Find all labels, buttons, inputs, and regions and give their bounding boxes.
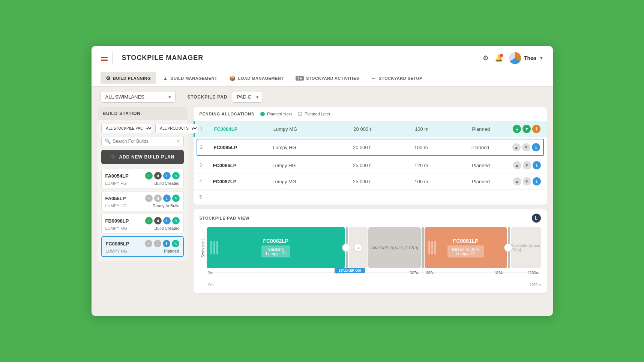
add-build-label: ADD NEW BUILD PLAN xyxy=(119,154,175,160)
build-item[interactable]: FB0098LP + ⏸ ℹ ✎ LUMPY MG Build Created xyxy=(101,214,184,234)
alloc-actions: ▲ ▼ ℹ xyxy=(510,143,540,151)
action-edit-btn[interactable]: ✎ xyxy=(172,240,179,247)
build-item-actions: + ⏸ ℹ ✎ xyxy=(145,217,180,224)
alloc-action-up[interactable]: ▲ xyxy=(513,177,521,185)
alloc-action-down[interactable]: ▼ xyxy=(523,177,531,185)
block-id-fc0082: FC0082LP xyxy=(263,238,288,244)
action-add-btn[interactable]: + xyxy=(145,217,153,224)
legend-dot-next xyxy=(260,112,265,116)
action-dark-btn[interactable]: ⏸ xyxy=(154,194,162,202)
pad-select-wrapper: PAD C PAD A PAD B xyxy=(232,91,263,103)
action-info-btn[interactable]: ℹ xyxy=(163,194,171,202)
block-id-fc0081: FC0081LP xyxy=(453,238,479,244)
alloc-row-2: 2 FC0085LP Lumpy HG 20 000 t 100 m Plann… xyxy=(197,139,544,156)
action-edit-btn[interactable]: ✎ xyxy=(172,194,180,202)
alloc-action-info[interactable]: ℹ xyxy=(533,161,541,169)
header-divider xyxy=(113,52,113,64)
user-info[interactable]: Thea ▼ xyxy=(509,52,544,64)
swimlane-select[interactable]: ALL SWIMLANES SWIMLANE 1 SWIMLANE 2 xyxy=(101,91,176,103)
alloc-action-info[interactable]: ℹ xyxy=(532,143,540,151)
build-item-bottom: LUMPY HG Ready to Build xyxy=(105,203,180,208)
chevron-down-icon: ▼ xyxy=(539,55,544,61)
alloc-status: Planned xyxy=(451,145,510,150)
header-icons: ⚙ 🔔 Thea ▼ xyxy=(483,52,544,64)
action-dark-btn[interactable]: ⏸ xyxy=(154,172,162,180)
build-item[interactable]: FA0054LP + ⏸ ℹ ✎ LUMPY HG Build Created xyxy=(101,169,184,189)
nav-item-build-planning[interactable]: ⚙ BUILD PLANNING xyxy=(101,72,156,84)
alloc-action-info[interactable]: ℹ xyxy=(533,177,541,185)
settings-button[interactable]: ⚙ xyxy=(483,54,489,62)
alloc-action-down[interactable]: ▼ xyxy=(522,125,531,133)
alloc-action-down[interactable]: ▼ xyxy=(523,161,531,169)
nav-arrow-right[interactable]: › xyxy=(342,244,350,252)
action-info-btn[interactable]: ℹ xyxy=(163,240,170,247)
alloc-actions: ▲ ▼ ℹ xyxy=(510,125,540,133)
alloc-actions: ▲ ▼ ℹ xyxy=(511,161,541,169)
stacker-label: STACKER 009 xyxy=(335,268,365,273)
build-list: FA0054LP + ⏸ ℹ ✎ LUMPY HG Build Created xyxy=(101,169,184,257)
nav-label-build-planning: BUILD PLANNING xyxy=(113,76,151,81)
stockpile-filter[interactable]: ALL STOCKPILE PAC xyxy=(101,124,153,133)
action-info-btn[interactable]: ℹ xyxy=(163,217,171,224)
scale-end: 1200m xyxy=(529,283,541,287)
build-status: Build Created xyxy=(155,226,180,230)
build-item-active[interactable]: FC0085LP + ⏸ ℹ ✎ LUMPY HG Planned xyxy=(101,236,184,257)
action-dark-btn[interactable]: ⏸ xyxy=(154,217,162,224)
alloc-product: Lumpy MG xyxy=(272,179,332,184)
build-item-bottom: LUMPY HG Planned xyxy=(106,249,179,253)
stockpile-pad-label: STOCKPILE PAD xyxy=(188,94,228,100)
nav-arrow-right-2[interactable]: › xyxy=(504,244,512,252)
available-label-2: Available Space [70m] xyxy=(511,243,541,252)
build-item-actions: + ⏸ ℹ ✎ xyxy=(145,172,180,180)
alloc-row-4: 4 FC0087LP Lumpy MG 25 000 t 100 m Plann… xyxy=(194,174,547,190)
pending-allocations-card: PENDING ALLOCATIONS Planned Next Planned… xyxy=(194,107,547,205)
nav-item-build-management[interactable]: ▲ BUILD MANAGEMENT xyxy=(158,72,222,84)
add-icon: ➕ xyxy=(110,154,116,160)
products-filter[interactable]: ALL PRODUCTS xyxy=(155,124,198,133)
nav-item-stockyard-activities[interactable]: SA STOCKYARD ACTIVITIES xyxy=(290,73,364,84)
alloc-action-up[interactable]: ▲ xyxy=(513,125,521,133)
nav-item-stockyard-setup[interactable]: ↔ STOCKYARD SETUP xyxy=(366,72,428,84)
action-info-btn[interactable]: ℹ xyxy=(163,172,171,180)
alloc-action-up[interactable]: ▲ xyxy=(513,161,521,169)
nav-label-build-management: BUILD MANAGEMENT xyxy=(170,76,217,81)
block-subtitle-fc0081: Ready To BuildLumpy HG xyxy=(447,245,484,257)
build-item[interactable]: FA055LP + ⏸ ℹ ✎ LUMPY HG Ready to Build xyxy=(101,191,184,211)
alloc-action-down[interactable]: ▼ xyxy=(522,143,530,151)
row-num: 5 xyxy=(200,194,213,200)
build-id: FA0054LP xyxy=(105,173,129,179)
clear-icon[interactable]: ✕ xyxy=(176,138,180,144)
search-input[interactable] xyxy=(113,139,174,144)
action-dark-btn[interactable]: ⏸ xyxy=(154,240,161,247)
swimlane-label: Swimlane 1 xyxy=(200,227,207,268)
alloc-action-info[interactable]: ℹ xyxy=(532,125,540,133)
stripes-orange xyxy=(428,241,436,254)
pad-select[interactable]: PAD C PAD A PAD B xyxy=(232,91,263,103)
alloc-action-up[interactable]: ▲ xyxy=(512,143,521,151)
nav-arrow-in[interactable]: › xyxy=(354,244,362,252)
search-bar: 🔍 ✕ xyxy=(101,136,184,146)
alloc-id: FC0084LP xyxy=(214,126,273,132)
alloc-length: 100 m xyxy=(392,145,451,150)
row-num: 1 xyxy=(201,126,214,132)
action-edit-btn[interactable]: ✎ xyxy=(172,217,180,224)
alloc-status: Planned xyxy=(451,163,511,168)
add-build-button[interactable]: ➕ ADD NEW BUILD PLAN xyxy=(101,150,184,164)
blocks-container: FC0082LP StackingLumpy HG 2m 302m RECLAI… xyxy=(207,227,541,268)
stockyard-activities-icon: SA xyxy=(296,76,304,81)
action-edit-btn[interactable]: ✎ xyxy=(172,172,180,180)
notification-button[interactable]: 🔔 xyxy=(495,54,503,62)
row-num: 3 xyxy=(200,163,213,168)
alloc-product: Lumpy MG xyxy=(273,126,333,132)
alloc-product: Lumpy HG xyxy=(272,163,332,168)
build-item-actions: + ⏸ ℹ ✎ xyxy=(145,194,180,202)
build-item-top: FC0085LP + ⏸ ℹ ✎ xyxy=(106,240,179,247)
nav-label-stockyard-setup: STOCKYARD SETUP xyxy=(379,76,422,81)
stockpile-filter-wrapper: ALL STOCKPILE PAC xyxy=(101,124,153,133)
build-item-top: FA0054LP + ⏸ ℹ ✎ xyxy=(105,172,180,180)
action-add-btn[interactable]: + xyxy=(145,172,153,180)
action-add-btn[interactable]: + xyxy=(145,194,153,202)
nav-item-load-management[interactable]: 📦 LOAD MANAGEMENT xyxy=(224,72,289,84)
filter-row: ALL STOCKPILE PAC ALL PRODUCTS xyxy=(101,124,184,133)
action-add-btn[interactable]: + xyxy=(145,240,152,247)
